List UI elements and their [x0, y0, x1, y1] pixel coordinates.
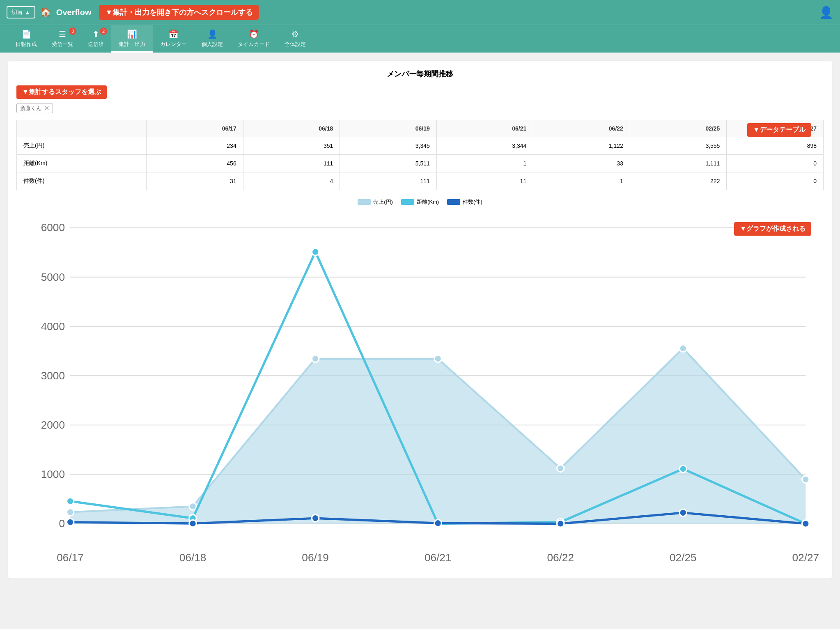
table-row: 距離(Km)4561115,5111331,1110: [17, 155, 824, 172]
nav-toolbar: 📄 日報作成 3 ☰ 受信一覧 2 ⬆ 送信済 📊 集計・出力 📅 カレンダー …: [0, 25, 840, 53]
cell-value: 351: [243, 137, 340, 155]
chart-legend: 売上(円) 距離(Km) 件数(件): [16, 198, 824, 206]
svg-text:02/25: 02/25: [670, 551, 697, 564]
legend-color-count: [447, 199, 460, 205]
switch-button[interactable]: 切替 ▲: [7, 6, 35, 18]
cell-value: 11: [436, 172, 533, 190]
calendar-icon: 📅: [168, 29, 179, 39]
svg-point-27: [802, 476, 809, 483]
cell-value: 31: [147, 172, 243, 190]
sent-icon: ⬆: [92, 29, 99, 39]
cell-value: 3,345: [340, 137, 437, 155]
col-header-3: 06/19: [340, 120, 437, 137]
switch-label: 切替: [11, 9, 23, 16]
cell-value: 1,122: [533, 137, 630, 155]
svg-text:06/21: 06/21: [425, 551, 452, 564]
nav-item-aggregate[interactable]: 📊 集計・出力: [111, 25, 153, 53]
cell-value: 222: [630, 172, 727, 190]
staff-tag: 斎藤くん ✕: [16, 103, 53, 113]
sent-label: 送信済: [88, 41, 104, 48]
cell-value: 111: [340, 172, 437, 190]
main-card: メンバー毎期間推移 ▼集計するスタッフを選ぶ 斎藤くん ✕ ▼データテーブル 0…: [8, 61, 832, 578]
cell-value: 0: [727, 172, 824, 190]
svg-point-25: [557, 465, 564, 472]
svg-text:0: 0: [59, 517, 65, 530]
row-label: 売上(円): [17, 137, 147, 155]
chart-section: 売上(円) 距離(Km) 件数(件) ▼グラフが作成される 0100020003…: [16, 198, 824, 570]
svg-point-40: [679, 509, 686, 516]
svg-point-39: [557, 520, 564, 527]
data-table: 06/17 06/18 06/19 06/21 06/22 02/25 02/2…: [16, 120, 824, 190]
user-icon[interactable]: 👤: [819, 6, 833, 19]
staff-tag-name: 斎藤くん: [20, 105, 41, 112]
switch-icon: ▲: [25, 9, 30, 16]
personal-label: 個人設定: [202, 41, 223, 48]
daily-label: 日報作成: [16, 41, 37, 48]
svg-point-41: [802, 520, 809, 527]
legend-distance: 距離(Km): [401, 198, 439, 206]
sent-badge: 2: [100, 28, 107, 35]
svg-text:02/27: 02/27: [792, 551, 819, 564]
table-row: 件数(件)3141111112220: [17, 172, 824, 190]
settings-icon: ⚙: [291, 29, 299, 39]
calendar-label: カレンダー: [160, 41, 187, 48]
row-label: 件数(件): [17, 172, 147, 190]
legend-label-sales: 売上(円): [373, 198, 393, 206]
svg-text:4000: 4000: [41, 320, 65, 333]
svg-text:5000: 5000: [41, 271, 65, 283]
cell-value: 33: [533, 155, 630, 172]
svg-point-30: [312, 248, 319, 255]
col-header-5: 06/22: [533, 120, 630, 137]
table-container: ▼データテーブル 06/17 06/18 06/19 06/21 06/22 0…: [16, 120, 824, 190]
nav-item-inbox[interactable]: 3 ☰ 受信一覧: [44, 25, 80, 53]
aggregate-icon: 📊: [127, 29, 137, 39]
inbox-icon: ☰: [59, 29, 66, 39]
nav-item-sent[interactable]: 2 ⬆ 送信済: [80, 25, 111, 53]
nav-item-personal[interactable]: 👤 個人設定: [194, 25, 230, 53]
legend-label-count: 件数(件): [463, 198, 482, 206]
cell-value: 3,344: [436, 137, 533, 155]
staff-label[interactable]: ▼集計するスタッフを選ぶ: [16, 85, 107, 99]
card-title: メンバー毎期間推移: [16, 69, 824, 79]
cell-value: 1: [533, 172, 630, 190]
svg-point-21: [67, 509, 73, 516]
home-icon[interactable]: 🏠: [40, 7, 51, 18]
cell-value: 456: [147, 155, 243, 172]
chart-wrap: ▼グラフが作成される 010002000300040005000600006/1…: [16, 210, 824, 570]
legend-label-distance: 距離(Km): [417, 198, 439, 206]
col-header-6: 02/25: [630, 120, 727, 137]
nav-item-settings[interactable]: ⚙ 全体設定: [277, 25, 313, 53]
aggregate-label: 集計・出力: [119, 41, 145, 48]
svg-point-28: [67, 498, 73, 505]
svg-point-26: [679, 345, 686, 352]
svg-text:1000: 1000: [41, 468, 65, 480]
svg-point-33: [679, 465, 686, 472]
legend-color-sales: [358, 199, 371, 205]
svg-point-36: [189, 520, 196, 527]
col-header-0: [17, 120, 147, 137]
svg-point-22: [189, 503, 196, 510]
personal-icon: 👤: [207, 29, 218, 39]
svg-point-23: [312, 355, 319, 362]
staff-tag-close-icon[interactable]: ✕: [44, 104, 49, 112]
main-content: メンバー毎期間推移 ▼集計するスタッフを選ぶ 斎藤くん ✕ ▼データテーブル 0…: [0, 53, 840, 629]
svg-point-35: [67, 519, 73, 526]
svg-text:3000: 3000: [41, 370, 65, 382]
legend-count: 件数(件): [447, 198, 482, 206]
svg-text:06/18: 06/18: [179, 551, 207, 564]
svg-text:06/17: 06/17: [57, 551, 84, 564]
cell-value: 1,111: [630, 155, 727, 172]
nav-item-daily[interactable]: 📄 日報作成: [8, 25, 44, 53]
nav-item-timecard[interactable]: ⏰ タイムカード: [230, 25, 277, 53]
header: 切替 ▲ 🏠 Overflow ▼集計・出力を開き下の方へスクロールする 👤: [0, 0, 840, 25]
cell-value: 0: [727, 155, 824, 172]
timecard-icon: ⏰: [249, 29, 259, 39]
timecard-label: タイムカード: [238, 41, 270, 48]
cell-value: 3,555: [630, 137, 727, 155]
col-header-2: 06/18: [243, 120, 340, 137]
daily-icon: 📄: [21, 29, 32, 39]
nav-item-calendar[interactable]: 📅 カレンダー: [153, 25, 194, 53]
data-table-tooltip: ▼データテーブル: [747, 123, 811, 137]
svg-text:6000: 6000: [41, 221, 65, 234]
chart-svg: 010002000300040005000600006/1706/1806/19…: [16, 210, 824, 569]
